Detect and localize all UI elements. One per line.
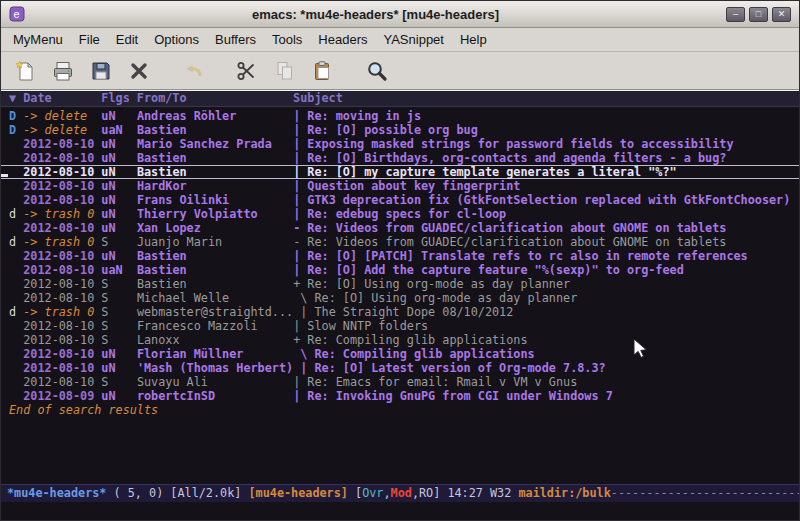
menu-help[interactable]: Help (452, 30, 495, 49)
message-row[interactable]: 2012-08-10 uN Mario Sanchez Prada | Expo… (1, 137, 799, 151)
message-list: D -> delete uN Andreas Röhler | Re: movi… (1, 107, 799, 484)
message-row[interactable]: 2012-08-10 uN Florian Müllner \ Re: Comp… (1, 347, 799, 361)
mode-line-segment: ----------------------------------------… (611, 486, 799, 500)
mode-line: *mu4e-headers* ( 5, 0) [All/2.0k] [mu4e-… (1, 484, 799, 502)
menu-file[interactable]: File (71, 30, 108, 49)
window-buttons: –□✕ (726, 7, 791, 22)
mode-line-segment: [mu4e-headers] (248, 486, 347, 500)
message-row[interactable]: d -> trash 0 uN Thierry Volpiatto | Re: … (1, 207, 799, 221)
copy-button[interactable] (269, 56, 301, 86)
close-buffer-button[interactable] (123, 56, 155, 86)
menu-bar: MyMenuFileEditOptionsBuffersToolsHeaders… (1, 28, 799, 52)
message-row[interactable]: 2012-08-10 uN Bastien | Re: [O] Birthday… (1, 151, 799, 165)
message-row[interactable]: 2012-08-10 uN 'Mash (Thomas Herbert) | R… (1, 361, 799, 375)
message-row[interactable]: 2012-08-10 uN Bastien | Re: [O] my captu… (1, 165, 799, 179)
paste-icon (312, 60, 334, 82)
minimize-button[interactable]: – (726, 7, 745, 22)
message-row[interactable]: 2012-08-10 S Lanoxx + Re: Compiling glib… (1, 333, 799, 347)
print-icon (52, 60, 74, 82)
message-row[interactable]: 2012-08-10 S Francesco Mazzoli | Slow NN… (1, 319, 799, 333)
maximize-button[interactable]: □ (749, 7, 768, 22)
tool-bar (1, 52, 799, 90)
menu-headers[interactable]: Headers (310, 30, 375, 49)
mode-line-segment: , (383, 486, 390, 500)
message-row[interactable]: D -> delete uaN Bastien | Re: [O] possib… (1, 123, 799, 137)
message-row[interactable]: 2012-08-10 uN Frans Oilinki | GTK3 depre… (1, 193, 799, 207)
end-of-search-results: End of search results (1, 403, 799, 417)
save-button[interactable] (85, 56, 117, 86)
mode-line-segment: ,RO] (412, 486, 440, 500)
message-row[interactable]: 2012-08-10 uN Bastien | Re: [O] [PATCH] … (1, 249, 799, 263)
paste-button[interactable] (307, 56, 339, 86)
svg-text:e: e (13, 8, 19, 20)
message-row[interactable]: d -> trash 0 S Juanjo Marin - Re: Videos… (1, 235, 799, 249)
cut-button[interactable] (231, 56, 263, 86)
message-row[interactable]: d -> trash 0 S webmaster@straightd... | … (1, 305, 799, 319)
message-row[interactable]: 2012-08-10 S Michael Welle \ Re: [O] Usi… (1, 291, 799, 305)
message-row[interactable]: 2012-08-10 uN Xan Lopez - Re: Videos fro… (1, 221, 799, 235)
mode-line-segment: ( 5, 0) [All/2.0k] (106, 486, 248, 500)
window-title: emacs: *mu4e-headers* [mu4e-headers] (31, 7, 720, 22)
message-row[interactable]: D -> delete uN Andreas Röhler | Re: movi… (1, 109, 799, 123)
headers-header-line[interactable]: ▼ Date Flgs From/To Subject (1, 91, 799, 107)
save-icon (90, 60, 112, 82)
close-button[interactable]: ✕ (772, 7, 791, 22)
screen: e emacs: *mu4e-headers* [mu4e-headers] –… (0, 0, 800, 521)
new-file-icon (14, 60, 36, 82)
copy-icon (274, 60, 296, 82)
minibuffer[interactable] (1, 502, 799, 520)
search-icon (366, 60, 388, 82)
search-button[interactable] (361, 56, 393, 86)
mode-line-segment: *mu4e-headers* (7, 486, 106, 500)
message-row[interactable]: 2012-08-10 S Suvayu Ali | Re: Emacs for … (1, 375, 799, 389)
undo-icon (182, 60, 204, 82)
message-row[interactable]: 2012-08-10 uaN Bastien | Re: [O] Add the… (1, 263, 799, 277)
mode-line-segment: Ovr (362, 486, 383, 500)
undo-button[interactable] (177, 56, 209, 86)
mode-line-segment: maildir:/bulk (518, 486, 610, 500)
message-row[interactable]: 2012-08-10 uN HardKor | Question about k… (1, 179, 799, 193)
emacs-frame: ▼ Date Flgs From/To Subject D -> delete … (1, 90, 799, 520)
mode-line-segment: Mod (391, 486, 412, 500)
new-file-button[interactable] (9, 56, 41, 86)
menu-tools[interactable]: Tools (264, 30, 310, 49)
print-button[interactable] (47, 56, 79, 86)
menu-buffers[interactable]: Buffers (207, 30, 264, 49)
title-bar[interactable]: e emacs: *mu4e-headers* [mu4e-headers] –… (1, 1, 799, 28)
mode-line-segment: [ (348, 486, 362, 500)
emacs-window: e emacs: *mu4e-headers* [mu4e-headers] –… (0, 0, 800, 521)
menu-mymenu[interactable]: MyMenu (5, 30, 71, 49)
window-icon: e (9, 6, 25, 22)
mode-line-segment: 14:27 W32 (440, 486, 518, 500)
menu-options[interactable]: Options (146, 30, 207, 49)
close-buffer-icon (128, 60, 150, 82)
cut-icon (236, 60, 258, 82)
message-row[interactable]: 2012-08-09 uN robertcInSD | Re: Invoking… (1, 389, 799, 403)
menu-edit[interactable]: Edit (108, 30, 146, 49)
message-row[interactable]: 2012-08-10 S Bastien + Re: [O] Using org… (1, 277, 799, 291)
menu-yasnippet[interactable]: YASnippet (375, 30, 451, 49)
